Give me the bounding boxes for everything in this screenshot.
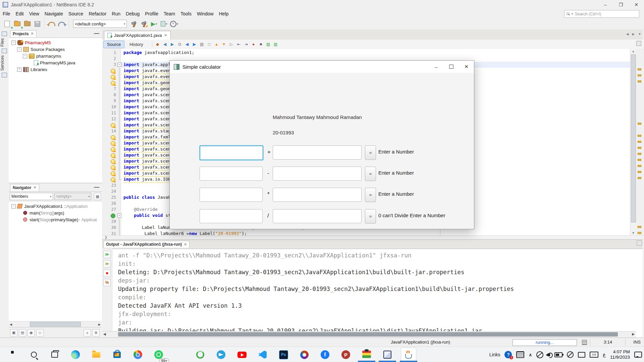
tab-javafxapplication1-java[interactable]: JavaFXApplication1.java ✕ (104, 31, 171, 40)
fold-collapse-icon[interactable]: − (117, 214, 121, 218)
highlight-icon[interactable]: ▤ (199, 41, 205, 48)
taskbar-explorer-icon[interactable] (89, 348, 104, 361)
override-marker-icon[interactable] (111, 214, 115, 218)
tab-output[interactable]: Output - JavaFXApplication1 (jfxsa-run) … (103, 241, 190, 248)
warning-bulb-icon[interactable] (111, 147, 115, 152)
warning-mark-icon[interactable] (638, 177, 641, 179)
navigator-item-1[interactable]: main(String[] args) (9, 209, 102, 216)
search-dropdown-icon[interactable]: ▾ (572, 12, 573, 15)
window-dock-icon[interactable] (2, 32, 7, 36)
taskbar-vscode-icon[interactable] (255, 348, 270, 361)
window-close-button[interactable]: ✕ (629, 0, 644, 9)
next-occurrence-icon[interactable]: ▼ (221, 41, 227, 48)
warning-mark-icon[interactable] (638, 74, 641, 76)
new-file-button[interactable]: + (3, 20, 11, 28)
save-all-button[interactable] (33, 20, 42, 28)
taskbar-edge-icon[interactable] (68, 348, 83, 361)
scroll-tabs-right-icon[interactable]: ▶ (632, 32, 635, 36)
menu-refactor[interactable]: Refactor (86, 10, 109, 18)
taskbar-vs-icon[interactable] (172, 348, 187, 361)
taskbar-clock[interactable]: 4:07 PM 11/9/2023 (610, 349, 630, 360)
battery-icon[interactable] (554, 352, 562, 357)
warning-mark-icon[interactable] (638, 226, 641, 228)
warning-bulb-icon[interactable] (111, 123, 115, 128)
navigator-item-0[interactable]: −JavaFXApplication1 :: Application (9, 203, 102, 209)
warning-mark-icon[interactable] (638, 165, 641, 167)
menu-profile[interactable]: Profile (142, 10, 161, 18)
rerun-debug-icon[interactable]: ≫ (103, 260, 111, 267)
filter-inherited-icon[interactable]: ◇ (36, 329, 44, 337)
warning-bulb-icon[interactable] (111, 177, 115, 182)
chevron-icon[interactable]: ∧ (529, 352, 532, 357)
dialog-close-button[interactable]: ✕ (459, 61, 474, 73)
taskbar-papp-icon[interactable]: P (338, 348, 353, 361)
close-icon[interactable]: ✕ (164, 33, 167, 38)
operand2-field-row1[interactable] (273, 145, 362, 160)
fold-margin[interactable]: − (117, 62, 121, 68)
taskbar-cube-icon[interactable] (380, 348, 395, 361)
taskbar-facebook-icon[interactable]: f (318, 348, 332, 361)
bookmark-icon[interactable]: ▷ (228, 41, 235, 48)
taskbar-start-icon[interactable] (6, 348, 20, 361)
stop-icon[interactable]: ■ (103, 269, 111, 277)
output-console[interactable]: ant -f "D:\\Projects\\Mahmoud Tantawy_20… (112, 249, 635, 331)
language-indicator[interactable]: ع (603, 352, 606, 358)
warning-mark-icon[interactable] (638, 141, 641, 143)
fold-collapse-icon[interactable]: − (117, 63, 121, 67)
operand2-field-row2[interactable] (273, 167, 362, 181)
warning-bulb-icon[interactable] (111, 159, 115, 164)
expander-icon[interactable]: − (11, 204, 16, 208)
taskbar-chrome-icon[interactable] (130, 348, 145, 361)
operand1-field-row2[interactable] (200, 167, 263, 181)
last-edit-icon[interactable]: ◆ (154, 41, 161, 48)
expander-icon[interactable]: − (17, 47, 21, 52)
menu-view[interactable]: View (26, 10, 42, 18)
split-editor-icon[interactable] (636, 41, 641, 46)
find-icon[interactable]: ⊙ (176, 41, 183, 48)
scroll-down-icon[interactable]: ▼ (630, 231, 636, 235)
find-prev-icon[interactable]: ◀ (184, 41, 191, 48)
taskbar-telegram-icon[interactable] (214, 348, 228, 361)
taskbar-office-icon[interactable] (297, 348, 312, 361)
output-hscrollbar[interactable]: ◀ ▶ (102, 331, 636, 338)
operand1-field-row3[interactable] (200, 188, 263, 202)
filter-fields-icon[interactable]: ▣ (10, 329, 17, 337)
error-stripe[interactable] (636, 49, 643, 235)
warning-bulb-icon[interactable] (111, 81, 115, 85)
close-icon[interactable]: ✕ (184, 242, 187, 247)
tree-item-libraries[interactable]: +Libraries (9, 66, 102, 73)
taskbar-greenring-icon[interactable] (193, 348, 208, 361)
undo-button[interactable] (47, 20, 56, 28)
close-icon[interactable]: ✕ (33, 185, 36, 190)
files-icon[interactable] (2, 49, 7, 53)
shift-left-icon[interactable]: ⇤ (235, 41, 242, 48)
minimize-panel-icon[interactable]: — (94, 184, 99, 190)
menu-tools[interactable]: Tools (178, 10, 194, 18)
dialog-titlebar[interactable]: Simple calculator – ☐ ✕ (170, 61, 474, 73)
fold-margin[interactable]: − (117, 213, 121, 219)
warning-mark-icon[interactable] (638, 147, 641, 149)
stop-macro-icon[interactable]: ■ (258, 41, 264, 48)
menu-run[interactable]: Run (109, 10, 123, 18)
taskbar-java-icon[interactable] (401, 348, 416, 362)
inheritance-combobox[interactable]: <empty>▾ (54, 193, 91, 200)
clean-build-button[interactable] (140, 20, 148, 28)
profile-button[interactable]: ▾ (170, 20, 178, 28)
open-project-button[interactable] (23, 20, 32, 28)
record-macro-icon[interactable]: ● (250, 41, 257, 48)
moonslash-icon[interactable] (567, 351, 574, 358)
output-options-icon[interactable] (637, 240, 642, 246)
menu-source[interactable]: Source (66, 10, 86, 18)
globe-icon[interactable] (536, 351, 543, 358)
warning-mark-icon[interactable] (638, 123, 641, 125)
notifications-icon[interactable] (634, 352, 642, 358)
menu-file[interactable]: File (0, 10, 13, 18)
back-icon[interactable]: ◀ (162, 41, 168, 48)
scroll-left-icon[interactable]: ◀ (10, 323, 12, 326)
new-project-button[interactable]: + (13, 20, 21, 28)
expander-icon[interactable]: − (23, 54, 27, 58)
help-icon[interactable]: ? (504, 351, 512, 358)
filter-public-icon[interactable]: ◉ (28, 329, 35, 337)
operand2-field-row3[interactable] (273, 188, 362, 202)
forward-icon[interactable]: ▶ (169, 41, 176, 48)
